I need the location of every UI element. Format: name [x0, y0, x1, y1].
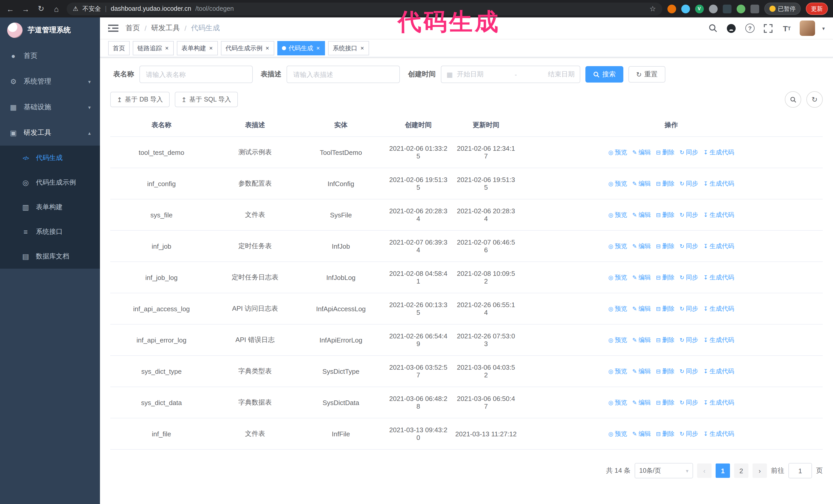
delete-link[interactable]: ⊟删除 [656, 398, 674, 407]
sidebar-item-dev-tools[interactable]: ▣ 研发工具 ▴ [0, 120, 100, 146]
delete-link[interactable]: ⊟删除 [656, 179, 674, 188]
delete-link[interactable]: ⊟删除 [656, 304, 674, 313]
close-icon[interactable]: × [165, 45, 169, 51]
import-sql-button[interactable]: ↥ 基于 SQL 导入 [175, 92, 238, 107]
close-icon[interactable]: × [360, 45, 364, 51]
sidebar-logo[interactable]: 芋道管理系统 [0, 18, 100, 43]
sync-link[interactable]: ↻同步 [680, 148, 698, 157]
edit-link[interactable]: ✎编辑 [632, 398, 651, 407]
tab-trace[interactable]: 链路追踪 × [133, 41, 174, 55]
fullscreen-icon[interactable] [763, 23, 774, 34]
sync-link[interactable]: ↻同步 [680, 336, 698, 344]
table-desc-input[interactable] [287, 66, 400, 83]
preview-link[interactable]: ◎预览 [609, 179, 627, 188]
sidebar-item-infrastructure[interactable]: ▦ 基础设施 ▾ [0, 94, 100, 120]
edit-link[interactable]: ✎编辑 [632, 429, 651, 438]
extension-icon-orange[interactable] [667, 4, 676, 13]
user-avatar[interactable] [800, 21, 815, 36]
close-icon[interactable]: × [316, 45, 320, 51]
sync-link[interactable]: ↻同步 [680, 367, 698, 376]
edit-link[interactable]: ✎编辑 [632, 242, 651, 250]
generate-code-link[interactable]: ↧生成代码 [703, 398, 734, 407]
sidebar-item-codegen-example[interactable]: ◎ 代码生成示例 [0, 170, 100, 195]
extension-icon-green-v[interactable]: V [695, 4, 704, 13]
preview-link[interactable]: ◎预览 [609, 211, 627, 219]
page-button-2[interactable]: 2 [734, 463, 748, 478]
prev-page-button[interactable]: ‹ [697, 463, 712, 478]
generate-code-link[interactable]: ↧生成代码 [703, 148, 734, 157]
edit-link[interactable]: ✎编辑 [632, 273, 651, 282]
preview-link[interactable]: ◎预览 [609, 242, 627, 250]
bookmark-star-icon[interactable]: ☆ [649, 5, 656, 13]
page-button-1[interactable]: 1 [716, 463, 730, 478]
paused-badge[interactable]: 已暂停 [764, 3, 801, 15]
delete-link[interactable]: ⊟删除 [656, 273, 674, 282]
sync-link[interactable]: ↻同步 [680, 179, 698, 188]
reset-button[interactable]: ↻ 重置 [628, 66, 665, 82]
table-name-input[interactable] [139, 66, 253, 83]
generate-code-link[interactable]: ↧生成代码 [703, 304, 734, 313]
page-size-select[interactable]: 10条/页 ▾ [635, 463, 693, 478]
extension-icon-leaf[interactable] [736, 4, 745, 13]
chrome-update-button[interactable]: 更新 [806, 3, 828, 15]
reload-icon[interactable]: ↻ [36, 4, 46, 13]
sidebar-item-form-builder[interactable]: ▥ 表单构建 [0, 195, 100, 219]
sidebar-item-system-management[interactable]: ⚙ 系统管理 ▾ [0, 69, 100, 94]
sidebar-item-code-generation[interactable]: </> 代码生成 [0, 146, 100, 170]
generate-code-link[interactable]: ↧生成代码 [703, 367, 734, 376]
preview-link[interactable]: ◎预览 [609, 148, 627, 157]
back-icon[interactable]: ← [5, 4, 15, 13]
edit-link[interactable]: ✎编辑 [632, 211, 651, 219]
refresh-button[interactable]: ↻ [806, 91, 823, 108]
sync-link[interactable]: ↻同步 [680, 273, 698, 282]
toggle-search-button[interactable] [785, 91, 801, 108]
close-icon[interactable]: × [265, 45, 270, 51]
extensions-puzzle-icon[interactable] [750, 4, 759, 13]
preview-link[interactable]: ◎预览 [609, 367, 627, 376]
sidebar-item-home[interactable]: ● 首页 [0, 43, 100, 69]
close-icon[interactable]: × [209, 45, 213, 51]
generate-code-link[interactable]: ↧生成代码 [703, 336, 734, 344]
extension-icon-dark[interactable] [722, 4, 731, 13]
sync-link[interactable]: ↻同步 [680, 429, 698, 438]
preview-link[interactable]: ◎预览 [609, 429, 627, 438]
generate-code-link[interactable]: ↧生成代码 [703, 429, 734, 438]
edit-link[interactable]: ✎编辑 [632, 304, 651, 313]
sidebar-item-database-doc[interactable]: ▤ 数据库文档 [0, 244, 100, 269]
preview-link[interactable]: ◎预览 [609, 398, 627, 407]
forward-icon[interactable]: → [21, 4, 31, 13]
breadcrumb-dev-tools[interactable]: 研发工具 [151, 24, 180, 33]
preview-link[interactable]: ◎预览 [609, 273, 627, 282]
tab-form-builder[interactable]: 表单构建 × [177, 41, 218, 55]
tab-codegen-example[interactable]: 代码生成示例 × [221, 41, 274, 55]
avatar-caret-icon[interactable]: ▾ [822, 25, 825, 31]
preview-link[interactable]: ◎预览 [609, 304, 627, 313]
edit-link[interactable]: ✎编辑 [632, 367, 651, 376]
sync-link[interactable]: ↻同步 [680, 242, 698, 250]
search-icon[interactable] [708, 23, 719, 34]
generate-code-link[interactable]: ↧生成代码 [703, 242, 734, 250]
sync-link[interactable]: ↻同步 [680, 398, 698, 407]
hamburger-icon[interactable] [108, 24, 118, 32]
edit-link[interactable]: ✎编辑 [632, 179, 651, 188]
edit-link[interactable]: ✎编辑 [632, 336, 651, 344]
sync-link[interactable]: ↻同步 [680, 211, 698, 219]
font-size-icon[interactable]: TT [781, 23, 792, 34]
tab-system-api[interactable]: 系统接口 × [328, 41, 369, 55]
sync-link[interactable]: ↻同步 [680, 304, 698, 313]
delete-link[interactable]: ⊟删除 [656, 367, 674, 376]
address-bar[interactable]: ⚠ 不安全 | dashboard.yudao.iocoder.cn /tool… [67, 2, 662, 15]
github-icon[interactable] [726, 23, 737, 34]
goto-page-input[interactable] [788, 463, 812, 478]
generate-code-link[interactable]: ↧生成代码 [703, 211, 734, 219]
generate-code-link[interactable]: ↧生成代码 [703, 273, 734, 282]
next-page-button[interactable]: › [753, 463, 767, 478]
import-db-button[interactable]: ↥ 基于 DB 导入 [110, 92, 170, 107]
extension-icon-people[interactable] [709, 4, 717, 13]
search-button[interactable]: 搜索 [586, 66, 623, 82]
delete-link[interactable]: ⊟删除 [656, 148, 674, 157]
breadcrumb-home[interactable]: 首页 [125, 24, 140, 33]
tab-code-generation[interactable]: 代码生成 × [277, 41, 325, 55]
extension-icon-blue[interactable] [681, 4, 690, 13]
generate-code-link[interactable]: ↧生成代码 [703, 179, 734, 188]
